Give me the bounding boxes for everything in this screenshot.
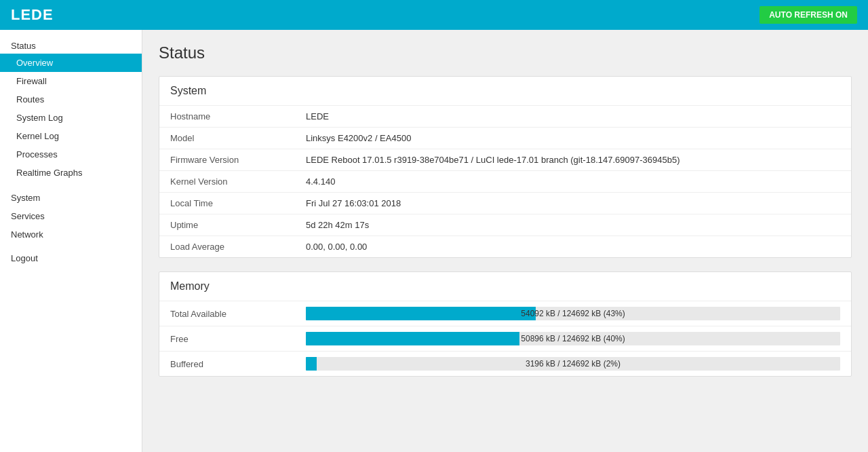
progress-bar-label: 3196 kB / 124692 kB (2%) — [306, 357, 840, 371]
row-value: Fri Jul 27 16:03:01 2018 — [295, 193, 851, 214]
memory-card: Memory Total Available 54092 kB / 124692… — [159, 271, 852, 377]
sidebar-item-routes[interactable]: Routes — [0, 90, 142, 109]
row-value: 3196 kB / 124692 kB (2%) — [295, 352, 851, 377]
row-label: Total Available — [159, 301, 295, 326]
table-row: Hostname LEDE — [159, 106, 851, 128]
table-row: Free 50896 kB / 124692 kB (40%) — [159, 326, 851, 352]
row-value: Linksys E4200v2 / EA4500 — [295, 128, 851, 149]
row-label: Load Average — [159, 236, 295, 258]
table-row: Total Available 54092 kB / 124692 kB (43… — [159, 301, 851, 326]
row-value: LEDE Reboot 17.01.5 r3919-38e704be71 / L… — [295, 149, 851, 171]
progress-bar-container: 3196 kB / 124692 kB (2%) — [306, 357, 840, 371]
system-card: System Hostname LEDE Model Linksys E4200… — [159, 76, 852, 258]
memory-table: Total Available 54092 kB / 124692 kB (43… — [159, 301, 851, 376]
row-label: Buffered — [159, 352, 295, 377]
sidebar-item-overview[interactable]: Overview — [0, 54, 142, 72]
progress-bar-container: 50896 kB / 124692 kB (40%) — [306, 332, 840, 345]
row-value: LEDE — [295, 106, 851, 128]
progress-bar-label: 50896 kB / 124692 kB (40%) — [306, 332, 840, 345]
table-row: Model Linksys E4200v2 / EA4500 — [159, 128, 851, 149]
sidebar-item-system-log[interactable]: System Log — [0, 109, 142, 127]
row-label: Firmware Version — [159, 149, 295, 171]
row-label: Local Time — [159, 193, 295, 214]
logout-link[interactable]: Logout — [0, 248, 142, 269]
row-value: 54092 kB / 124692 kB (43%) — [295, 301, 851, 326]
sidebar-item-kernel-log[interactable]: Kernel Log — [0, 127, 142, 145]
table-row: Kernel Version 4.4.140 — [159, 171, 851, 193]
table-row: Uptime 5d 22h 42m 17s — [159, 214, 851, 236]
progress-bar-label: 54092 kB / 124692 kB (43%) — [306, 307, 840, 320]
row-label: Kernel Version — [159, 171, 295, 193]
sidebar-item-firewall[interactable]: Firewall — [0, 72, 142, 90]
header: LEDE AUTO REFRESH ON — [0, 0, 868, 30]
row-label: Uptime — [159, 214, 295, 236]
page-title: Status — [159, 43, 852, 62]
app-logo: LEDE — [11, 6, 54, 24]
table-row: Local Time Fri Jul 27 16:03:01 2018 — [159, 193, 851, 214]
sidebar: Status Overview Firewall Routes System L… — [0, 30, 142, 452]
row-value: 4.4.140 — [295, 171, 851, 193]
sidebar-section-network: Network — [0, 224, 142, 242]
sidebar-section-status: Status — [0, 35, 142, 54]
sidebar-section-system: System — [0, 187, 142, 206]
row-value: 50896 kB / 124692 kB (40%) — [295, 326, 851, 352]
auto-refresh-button[interactable]: AUTO REFRESH ON — [760, 6, 857, 24]
sidebar-section-services: Services — [0, 206, 142, 224]
row-value: 5d 22h 42m 17s — [295, 214, 851, 236]
table-row: Load Average 0.00, 0.00, 0.00 — [159, 236, 851, 258]
row-label: Model — [159, 128, 295, 149]
sidebar-item-processes[interactable]: Processes — [0, 145, 142, 164]
row-label: Hostname — [159, 106, 295, 128]
sidebar-item-realtime-graphs[interactable]: Realtime Graphs — [0, 164, 142, 182]
memory-card-header: Memory — [159, 272, 851, 301]
table-row: Buffered 3196 kB / 124692 kB (2%) — [159, 352, 851, 377]
progress-bar-container: 54092 kB / 124692 kB (43%) — [306, 307, 840, 320]
table-row: Firmware Version LEDE Reboot 17.01.5 r39… — [159, 149, 851, 171]
row-label: Free — [159, 326, 295, 352]
system-table: Hostname LEDE Model Linksys E4200v2 / EA… — [159, 106, 851, 257]
system-card-header: System — [159, 77, 851, 106]
main-content: Status System Hostname LEDE Model Linksy… — [142, 30, 868, 452]
row-value: 0.00, 0.00, 0.00 — [295, 236, 851, 258]
